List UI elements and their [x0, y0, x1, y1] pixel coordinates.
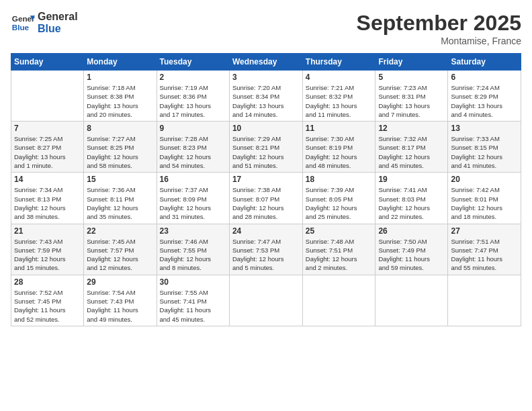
calendar-cell: 19Sunrise: 7:41 AM Sunset: 8:03 PM Dayli… [375, 173, 448, 224]
day-info: Sunrise: 7:41 AM Sunset: 8:03 PM Dayligh… [378, 185, 445, 221]
day-number: 11 [306, 124, 373, 133]
weekday-header: Thursday [302, 54, 375, 71]
calendar-week-row: 14Sunrise: 7:34 AM Sunset: 8:13 PM Dayli… [11, 173, 521, 224]
weekday-header: Monday [84, 54, 157, 71]
calendar-cell: 10Sunrise: 7:29 AM Sunset: 8:21 PM Dayli… [229, 122, 302, 173]
day-number: 19 [378, 175, 445, 184]
calendar-cell: 1Sunrise: 7:18 AM Sunset: 8:38 PM Daylig… [84, 71, 157, 122]
calendar-cell: 14Sunrise: 7:34 AM Sunset: 8:13 PM Dayli… [11, 173, 84, 224]
day-info: Sunrise: 7:54 AM Sunset: 7:43 PM Dayligh… [87, 288, 153, 324]
day-info: Sunrise: 7:30 AM Sunset: 8:19 PM Dayligh… [306, 134, 373, 170]
calendar-cell [229, 275, 302, 326]
day-info: Sunrise: 7:33 AM Sunset: 8:15 PM Dayligh… [451, 134, 518, 170]
day-info: Sunrise: 7:51 AM Sunset: 7:47 PM Dayligh… [451, 237, 518, 273]
calendar-week-row: 7Sunrise: 7:25 AM Sunset: 8:27 PM Daylig… [11, 122, 521, 173]
day-info: Sunrise: 7:21 AM Sunset: 8:32 PM Dayligh… [306, 83, 373, 119]
day-number: 5 [378, 73, 445, 82]
day-info: Sunrise: 7:47 AM Sunset: 7:53 PM Dayligh… [232, 237, 300, 273]
calendar-week-row: 21Sunrise: 7:43 AM Sunset: 7:59 PM Dayli… [11, 224, 521, 275]
location: Montamise, France [357, 36, 521, 46]
day-info: Sunrise: 7:37 AM Sunset: 8:09 PM Dayligh… [160, 185, 226, 221]
calendar-cell: 15Sunrise: 7:36 AM Sunset: 8:11 PM Dayli… [84, 173, 157, 224]
day-info: Sunrise: 7:45 AM Sunset: 7:57 PM Dayligh… [87, 237, 153, 273]
calendar-cell: 29Sunrise: 7:54 AM Sunset: 7:43 PM Dayli… [84, 275, 157, 326]
calendar-cell: 4Sunrise: 7:21 AM Sunset: 8:32 PM Daylig… [302, 71, 375, 122]
calendar-cell: 5Sunrise: 7:23 AM Sunset: 8:31 PM Daylig… [375, 71, 448, 122]
day-info: Sunrise: 7:23 AM Sunset: 8:31 PM Dayligh… [378, 83, 445, 119]
day-number: 24 [232, 226, 300, 236]
calendar-cell [302, 275, 375, 326]
calendar-cell: 6Sunrise: 7:24 AM Sunset: 8:29 PM Daylig… [448, 71, 521, 122]
calendar-cell: 7Sunrise: 7:25 AM Sunset: 8:27 PM Daylig… [11, 122, 84, 173]
calendar-cell: 13Sunrise: 7:33 AM Sunset: 8:15 PM Dayli… [448, 122, 521, 173]
day-info: Sunrise: 7:19 AM Sunset: 8:36 PM Dayligh… [160, 83, 226, 119]
day-info: Sunrise: 7:27 AM Sunset: 8:25 PM Dayligh… [87, 134, 153, 170]
calendar-cell: 18Sunrise: 7:39 AM Sunset: 8:05 PM Dayli… [302, 173, 375, 224]
svg-text:General: General [12, 14, 35, 23]
day-number: 7 [14, 124, 81, 133]
calendar-cell: 26Sunrise: 7:50 AM Sunset: 7:49 PM Dayli… [375, 224, 448, 275]
day-number: 1 [87, 73, 153, 82]
day-info: Sunrise: 7:18 AM Sunset: 8:38 PM Dayligh… [87, 83, 153, 119]
calendar-cell: 3Sunrise: 7:20 AM Sunset: 8:34 PM Daylig… [229, 71, 302, 122]
day-info: Sunrise: 7:34 AM Sunset: 8:13 PM Dayligh… [14, 185, 81, 221]
month-title: September 2025 [357, 11, 521, 36]
day-number: 26 [378, 226, 445, 236]
day-info: Sunrise: 7:46 AM Sunset: 7:55 PM Dayligh… [160, 237, 226, 273]
calendar-cell: 27Sunrise: 7:51 AM Sunset: 7:47 PM Dayli… [448, 224, 521, 275]
day-info: Sunrise: 7:55 AM Sunset: 7:41 PM Dayligh… [160, 288, 226, 324]
calendar-cell: 25Sunrise: 7:48 AM Sunset: 7:51 PM Dayli… [302, 224, 375, 275]
day-info: Sunrise: 7:43 AM Sunset: 7:59 PM Dayligh… [14, 237, 81, 273]
calendar-cell: 24Sunrise: 7:47 AM Sunset: 7:53 PM Dayli… [229, 224, 302, 275]
day-number: 29 [87, 277, 153, 287]
day-number: 3 [232, 73, 300, 82]
weekday-header: Tuesday [157, 54, 229, 71]
day-number: 28 [14, 277, 81, 287]
day-number: 20 [451, 175, 518, 184]
day-number: 21 [14, 226, 81, 236]
day-number: 25 [306, 226, 373, 236]
day-number: 10 [232, 124, 300, 133]
logo-line1: General [38, 11, 78, 23]
day-number: 14 [14, 175, 81, 184]
logo-icon: General Blue [11, 11, 35, 35]
day-info: Sunrise: 7:32 AM Sunset: 8:17 PM Dayligh… [378, 134, 445, 170]
header: General Blue General Blue September 2025… [11, 11, 521, 46]
day-number: 18 [306, 175, 373, 184]
calendar: SundayMondayTuesdayWednesdayThursdayFrid… [11, 53, 521, 326]
weekday-header: Sunday [11, 54, 84, 71]
day-info: Sunrise: 7:25 AM Sunset: 8:27 PM Dayligh… [14, 134, 81, 170]
calendar-cell: 22Sunrise: 7:45 AM Sunset: 7:57 PM Dayli… [84, 224, 157, 275]
day-info: Sunrise: 7:20 AM Sunset: 8:34 PM Dayligh… [232, 83, 300, 119]
day-number: 8 [87, 124, 153, 133]
calendar-cell: 23Sunrise: 7:46 AM Sunset: 7:55 PM Dayli… [157, 224, 229, 275]
day-number: 15 [87, 175, 153, 184]
calendar-cell [375, 275, 448, 326]
day-number: 13 [451, 124, 518, 133]
calendar-cell [448, 275, 521, 326]
day-number: 23 [160, 226, 226, 236]
logo-line2: Blue [38, 23, 78, 35]
svg-text:Blue: Blue [12, 23, 30, 32]
calendar-cell: 2Sunrise: 7:19 AM Sunset: 8:36 PM Daylig… [157, 71, 229, 122]
calendar-cell: 21Sunrise: 7:43 AM Sunset: 7:59 PM Dayli… [11, 224, 84, 275]
day-number: 6 [451, 73, 518, 82]
page: General Blue General Blue September 2025… [0, 0, 532, 411]
calendar-week-row: 1Sunrise: 7:18 AM Sunset: 8:38 PM Daylig… [11, 71, 521, 122]
calendar-cell: 20Sunrise: 7:42 AM Sunset: 8:01 PM Dayli… [448, 173, 521, 224]
calendar-cell: 28Sunrise: 7:52 AM Sunset: 7:45 PM Dayli… [11, 275, 84, 326]
calendar-cell: 17Sunrise: 7:38 AM Sunset: 8:07 PM Dayli… [229, 173, 302, 224]
day-info: Sunrise: 7:36 AM Sunset: 8:11 PM Dayligh… [87, 185, 153, 221]
calendar-cell: 9Sunrise: 7:28 AM Sunset: 8:23 PM Daylig… [157, 122, 229, 173]
day-number: 12 [378, 124, 445, 133]
day-number: 30 [160, 277, 226, 287]
calendar-cell: 8Sunrise: 7:27 AM Sunset: 8:25 PM Daylig… [84, 122, 157, 173]
day-info: Sunrise: 7:48 AM Sunset: 7:51 PM Dayligh… [306, 237, 373, 273]
logo: General Blue General Blue [11, 11, 78, 35]
day-number: 16 [160, 175, 226, 184]
calendar-cell: 12Sunrise: 7:32 AM Sunset: 8:17 PM Dayli… [375, 122, 448, 173]
calendar-header-row: SundayMondayTuesdayWednesdayThursdayFrid… [11, 54, 521, 71]
day-number: 4 [306, 73, 373, 82]
calendar-cell: 16Sunrise: 7:37 AM Sunset: 8:09 PM Dayli… [157, 173, 229, 224]
day-number: 22 [87, 226, 153, 236]
